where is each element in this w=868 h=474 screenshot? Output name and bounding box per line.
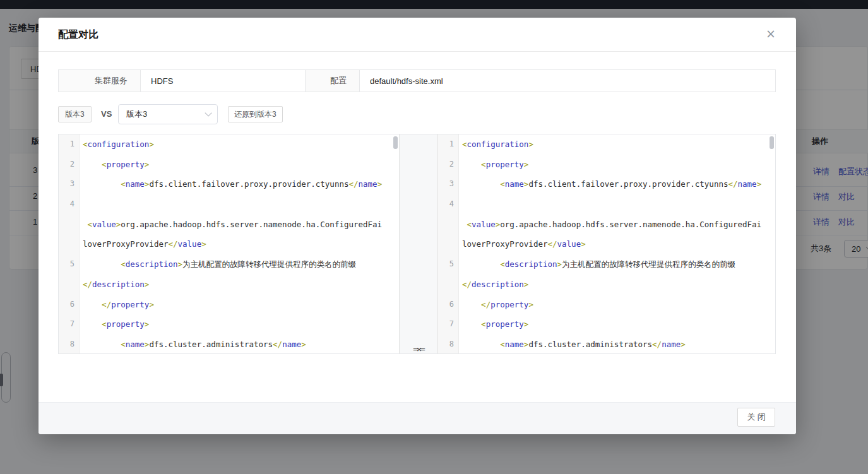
code-row: 2 <property> [59, 155, 399, 175]
code-row: 3 <name>dfs.client.failover.proxy.provid… [59, 174, 399, 194]
line-number: 8 [59, 335, 80, 353]
version-select[interactable]: 版本3 [118, 104, 218, 124]
code-line: <name>dfs.client.failover.proxy.provider… [80, 174, 399, 194]
restore-version-button[interactable]: 还原到版本3 [228, 106, 283, 122]
line-number: 6 [438, 295, 459, 315]
code-row: 6 </property> [438, 295, 775, 315]
code-row: <value>org.apache.hadoop.hdfs.server.nam… [438, 215, 775, 235]
code-row: 4 [59, 194, 399, 215]
code-row: 8 <name>dfs.cluster.administrators</name… [438, 335, 775, 353]
code-row: 5 <description>为主机配置的故障转移代理提供程序的类名的前缀 [59, 254, 399, 275]
code-line [80, 194, 399, 215]
code-line: </property> [80, 295, 399, 315]
line-number: 2 [438, 155, 459, 175]
code-line [459, 194, 775, 215]
code-line: <configuration> [459, 134, 775, 155]
chevron-down-icon [205, 109, 211, 116]
line-number: 1 [59, 134, 80, 155]
code-line: <value>org.apache.hadoop.hdfs.server.nam… [459, 215, 775, 235]
code-row: loverProxyProvider</value> [59, 234, 399, 254]
code-row: </description> [59, 275, 399, 295]
code-line: <property> [459, 314, 775, 335]
line-number: 8 [438, 335, 459, 353]
line-number: 3 [438, 174, 459, 194]
code-editor-left: 1<configuration>2 <property>3 <name>dfs.… [59, 134, 399, 353]
code-line: loverProxyProvider</value> [80, 234, 399, 254]
line-number: 7 [59, 314, 80, 335]
dialog-title: 配置对比 [58, 28, 98, 42]
cluster-service-value: HDFS [141, 70, 306, 92]
line-number [438, 215, 459, 235]
code-row: </description> [438, 275, 775, 295]
code-line: loverProxyProvider</value> [459, 234, 775, 254]
line-number: 5 [59, 254, 80, 275]
code-row: 7 <property> [59, 314, 399, 335]
code-row: 3 <name>dfs.client.failover.proxy.provid… [438, 174, 775, 194]
code-row: 2 <property> [438, 155, 775, 175]
diff-gutter: ⇒⇐ [399, 134, 438, 353]
code-row: 7 <property> [438, 314, 775, 335]
dialog-footer: 关 闭 [39, 402, 796, 434]
code-row: loverProxyProvider</value> [438, 234, 775, 254]
line-number: 2 [59, 155, 80, 175]
line-number: 1 [438, 134, 459, 155]
diff-pane-right[interactable]: 1<configuration>2 <property>3 <name>dfs.… [438, 134, 775, 353]
code-line: <property> [459, 155, 775, 175]
code-editor-right: 1<configuration>2 <property>3 <name>dfs.… [438, 134, 775, 353]
code-line: <name>dfs.client.failover.proxy.provider… [459, 174, 775, 194]
current-version-tag: 版本3 [58, 106, 92, 122]
diff-pane-left[interactable]: 1<configuration>2 <property>3 <name>dfs.… [59, 134, 399, 353]
code-row: 4 [438, 194, 775, 215]
line-number: 4 [59, 194, 80, 215]
line-number: 6 [59, 295, 80, 315]
cluster-service-label: 集群服务 [59, 70, 141, 92]
close-button[interactable]: 关 闭 [737, 408, 775, 427]
merge-collapse-icon[interactable]: ⇒⇐ [413, 345, 424, 354]
code-line: <description>为主机配置的故障转移代理提供程序的类名的前缀 [459, 254, 775, 275]
compare-form: 集群服务 HDFS 配置 default/hdfs-site.xml [58, 69, 776, 92]
line-number [438, 234, 459, 254]
line-number [438, 275, 459, 295]
code-line: </description> [80, 275, 399, 295]
line-number [59, 215, 80, 235]
line-number [59, 234, 80, 254]
code-line: <description>为主机配置的故障转移代理提供程序的类名的前缀 [80, 254, 399, 275]
code-row: 8 <name>dfs.cluster.administrators</name… [59, 335, 399, 353]
code-row: 6 </property> [59, 295, 399, 315]
code-line: <property> [80, 314, 399, 335]
code-row: 5 <description>为主机配置的故障转移代理提供程序的类名的前缀 [438, 254, 775, 275]
line-number: 3 [59, 174, 80, 194]
code-row: 1<configuration> [438, 134, 775, 155]
diff-view: 1<configuration>2 <property>3 <name>dfs.… [58, 134, 776, 354]
config-label: 配置 [306, 70, 360, 92]
code-line: <configuration> [80, 134, 399, 155]
config-compare-dialog: 配置对比 × 集群服务 HDFS 配置 default/hdfs-site.xm… [39, 18, 796, 434]
vs-label: VS [101, 109, 112, 119]
line-number: 7 [438, 314, 459, 335]
code-line: <value>org.apache.hadoop.hdfs.server.nam… [80, 215, 399, 235]
code-row: 1<configuration> [59, 134, 399, 155]
close-icon[interactable]: × [766, 28, 776, 40]
dialog-header: 配置对比 × [39, 18, 796, 52]
code-line: <name>dfs.cluster.administrators</name> [459, 335, 775, 353]
config-value: default/hdfs-site.xml [360, 70, 775, 92]
code-row: <value>org.apache.hadoop.hdfs.server.nam… [59, 215, 399, 235]
code-line: </description> [459, 275, 775, 295]
scrollbar-thumb[interactable] [393, 136, 398, 149]
scrollbar-thumb[interactable] [770, 136, 774, 149]
code-line: </property> [459, 295, 775, 315]
code-line: <name>dfs.cluster.administrators</name> [80, 335, 399, 353]
line-number [59, 275, 80, 295]
line-number: 4 [438, 194, 459, 215]
code-line: <property> [80, 155, 399, 175]
line-number: 5 [438, 254, 459, 275]
version-select-value: 版本3 [126, 109, 205, 120]
